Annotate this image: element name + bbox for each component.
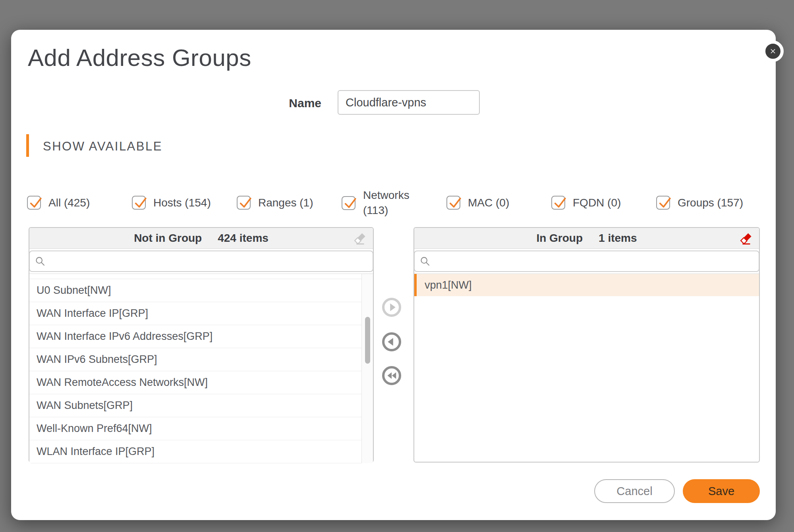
section-accent-bar [26,134,29,157]
section-header: SHOW AVAILABLE [43,139,162,154]
arrow-left-icon [384,334,399,349]
filter-checkbox-group[interactable]: Ranges (1) [237,195,342,210]
dialog-title: Add Address Groups [28,44,251,71]
eraser-icon [354,232,367,245]
checkbox-checked-icon[interactable] [342,196,355,210]
double-arrow-left-icon [384,368,399,383]
panel-title: In Group [536,232,583,245]
item-count: 424 items [218,232,269,245]
remove-all-from-group-button[interactable] [382,366,401,385]
filter-label: Ranges (1) [258,195,313,210]
list-item-label: WAN Interface IPv6 Addresses[GRP] [37,330,213,343]
checkbox-checked-icon[interactable] [132,196,146,210]
cancel-button[interactable]: Cancel [594,479,675,503]
list-item[interactable]: WLAN Interface IP[GRP] [29,440,361,463]
scrollbar-track[interactable] [361,274,373,463]
filter-checkbox-group[interactable]: FQDN (0) [551,195,656,210]
filter-checkbox-group[interactable]: MAC (0) [446,195,551,210]
add-address-groups-dialog: Add Address Groups Name SHOW AVAILABLE A… [11,30,776,520]
search-input[interactable] [30,251,373,271]
arrow-right-icon [384,300,399,315]
list-item-label: WAN IPv6 Subnets[GRP] [37,353,157,366]
selected-list-item[interactable]: vpn1[NW] [414,274,759,296]
scrollbar-thumb[interactable] [365,317,370,364]
in-group-panel: In Group 1 items [413,227,760,463]
list-item-label: U0 Subnet[NW] [37,284,111,297]
list-item-label: vpn1[NW] [425,279,472,291]
in-group-list: vpn1[NW] [414,274,759,463]
checkbox-checked-icon[interactable] [446,196,460,210]
name-input[interactable] [338,90,480,115]
filter-label: Hosts (154) [153,195,211,210]
item-count: 1 items [599,232,637,245]
not-in-group-panel: Not in Group 424 items [29,227,374,463]
in-group-search [414,251,759,272]
scrolled-row-sliver [29,274,361,279]
list-item[interactable]: WAN Interface IPv6 Addresses[GRP] [29,325,361,348]
list-item[interactable]: U0 Subnet[NW] [29,279,361,302]
checkbox-checked-icon[interactable] [656,196,670,210]
not-in-group-search [29,251,373,272]
list-item-label: WAN Interface IP[GRP] [37,307,148,320]
checkbox-checked-icon[interactable] [27,196,41,210]
save-button[interactable]: Save [683,479,760,503]
clear-search-button[interactable] [354,232,367,245]
filter-label: Networks (113) [363,188,416,218]
filter-checkbox-group[interactable]: Hosts (154) [132,195,237,210]
filter-checkbox-group[interactable]: Groups (157) [656,195,761,210]
close-button[interactable] [762,40,784,62]
list-item[interactable]: WAN Interface IP[GRP] [29,302,361,325]
list-item-label: Well-Known Pref64[NW] [37,422,152,435]
search-input[interactable] [415,251,759,271]
not-in-group-header: Not in Group 424 items [29,228,373,249]
filter-checkbox-group[interactable]: All (425) [27,195,132,210]
list-item[interactable]: WAN RemoteAccess Networks[NW] [29,371,361,394]
name-label: Name [235,96,321,110]
filter-label: FQDN (0) [573,195,621,210]
in-group-header: In Group 1 items [414,228,759,249]
filter-label: All (425) [48,195,90,210]
filter-label: Groups (157) [678,195,743,210]
list-item[interactable]: WAN IPv6 Subnets[GRP] [29,348,361,371]
filter-label: MAC (0) [468,195,509,210]
panel-title: Not in Group [134,232,202,245]
remove-from-group-button[interactable] [382,332,401,351]
list-item-label: WLAN Interface IP[GRP] [37,445,155,458]
list-item[interactable]: WAN Subnets[GRP] [29,394,361,417]
clear-group-button[interactable] [740,232,753,245]
eraser-red-icon [740,232,753,245]
filter-checkbox-group[interactable]: Networks (113) [342,188,446,218]
list-item-label: WAN Subnets[GRP] [37,399,133,412]
checkbox-checked-icon[interactable] [237,196,251,210]
not-in-group-list: U0 Subnet[NW] WAN Interface IP[GRP] WAN … [29,274,373,463]
close-icon [767,45,779,57]
checkbox-checked-icon[interactable] [551,196,565,210]
list-item[interactable]: Well-Known Pref64[NW] [29,417,361,440]
move-to-group-button[interactable] [382,298,401,317]
list-item-label: WAN RemoteAccess Networks[NW] [37,376,208,389]
type-filter-row: All (425) Hosts (154) Ranges (1) Network… [27,185,761,221]
